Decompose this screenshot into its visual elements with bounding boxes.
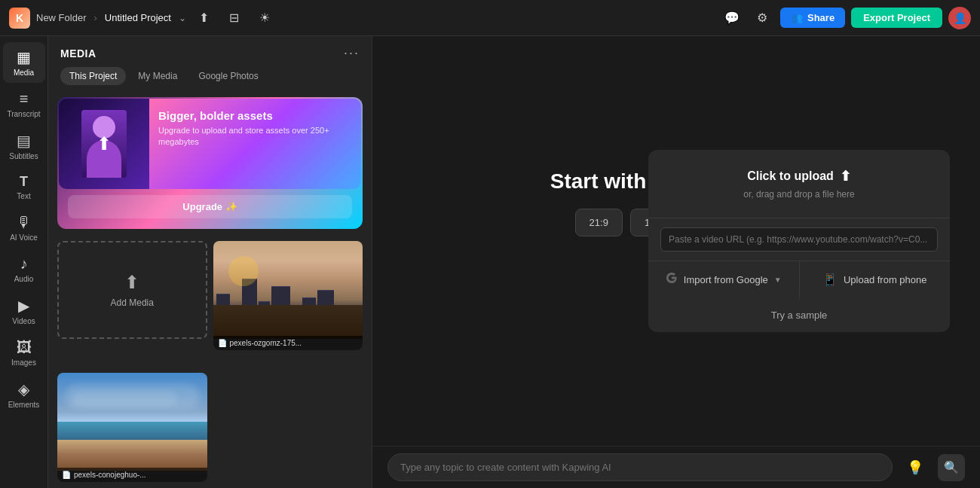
sidebar-item-text[interactable]: T Text bbox=[3, 168, 45, 206]
canvas-area: Start with a blank canvas 21:9 16:9 1:1 … bbox=[372, 36, 980, 488]
app-logo: K bbox=[9, 8, 30, 29]
sidebar: ▦ Media ≡ Transcript ▤ Subtitles T Text … bbox=[0, 36, 48, 488]
upgrade-banner-desc: Upgrade to upload and store assets over … bbox=[158, 125, 352, 148]
url-input[interactable] bbox=[660, 227, 938, 252]
project-title-chevron[interactable]: ⌄ bbox=[179, 13, 186, 23]
sidebar-item-transcript-label: Transcript bbox=[7, 110, 40, 118]
upload-phone-label: Upload from phone bbox=[844, 274, 927, 285]
media-panel: MEDIA ··· This Project My Media Google P… bbox=[48, 36, 372, 488]
media-grid: ⬆ Add Media bbox=[48, 235, 372, 488]
export-button[interactable]: Export Project bbox=[851, 8, 942, 28]
upload-panel: Click to upload ⬆ or, drag and drop a fi… bbox=[648, 150, 950, 332]
sidebar-item-transcript[interactable]: ≡ Transcript bbox=[3, 84, 45, 124]
media-item-sky[interactable]: 📄 pexels-conojeghuo-... bbox=[57, 373, 207, 482]
share-icon: 👥 bbox=[791, 12, 803, 23]
sidebar-item-images[interactable]: 🖼 Images bbox=[3, 333, 45, 373]
media-icon: ▦ bbox=[17, 48, 31, 66]
media-filename-sky: 📄 pexels-conojeghuo-... bbox=[57, 468, 207, 482]
media-tabs: This Project My Media Google Photos bbox=[48, 67, 372, 91]
elements-icon: ◈ bbox=[18, 380, 29, 398]
user-avatar[interactable]: 👤 bbox=[948, 7, 971, 29]
images-icon: 🖼 bbox=[17, 339, 32, 356]
sidebar-item-subtitles-label: Subtitles bbox=[9, 152, 38, 160]
upgrade-banner-btn[interactable]: Upgrade ✨ bbox=[68, 195, 352, 218]
main-content: ▦ Media ≡ Transcript ▤ Subtitles T Text … bbox=[0, 36, 980, 488]
folder-breadcrumb[interactable]: New Folder bbox=[36, 12, 86, 23]
sidebar-item-elements-label: Elements bbox=[8, 401, 40, 409]
sidebar-item-videos[interactable]: ▶ Videos bbox=[3, 291, 45, 331]
project-title[interactable]: Untitled Project bbox=[105, 12, 171, 23]
sidebar-item-subtitles[interactable]: ▤ Subtitles bbox=[3, 126, 45, 166]
aspect-ratio-21-9[interactable]: 21:9 bbox=[575, 209, 623, 236]
gear-icon-btn[interactable]: ⚙ bbox=[750, 6, 774, 30]
upgrade-banner-inner: ⬆ Bigger, bolder assets Upgrade to uploa… bbox=[59, 99, 361, 189]
upload-arrow-icon: ⬆ bbox=[840, 168, 851, 185]
upload-click-sub: or, drag and drop a file here bbox=[666, 189, 932, 200]
tab-this-project[interactable]: This Project bbox=[60, 67, 126, 85]
transcript-icon: ≡ bbox=[20, 90, 29, 108]
sidebar-item-media[interactable]: ▦ Media bbox=[3, 42, 45, 83]
canvas-content: Start with a blank canvas 21:9 16:9 1:1 … bbox=[372, 36, 980, 446]
sidebar-item-media-label: Media bbox=[14, 69, 34, 77]
sidebar-item-text-label: Text bbox=[17, 192, 30, 200]
bottom-bar: 💡 🔍 bbox=[372, 446, 980, 488]
import-google-button[interactable]: Import from Google ▼ bbox=[648, 261, 800, 297]
aivoice-icon: 🎙 bbox=[17, 214, 32, 231]
add-media-button[interactable]: ⬆ Add Media bbox=[57, 241, 207, 339]
share-button[interactable]: 👥 Share bbox=[780, 8, 845, 28]
import-google-chevron: ▼ bbox=[774, 276, 782, 284]
breadcrumb-separator: › bbox=[93, 12, 96, 23]
sidebar-item-videos-label: Videos bbox=[12, 317, 35, 325]
media-item-city-preview bbox=[213, 241, 363, 339]
upload-icon-btn[interactable]: ⬆ bbox=[192, 6, 216, 30]
upload-options: Import from Google ▼ 📱 Upload from phone bbox=[648, 261, 950, 297]
click-to-upload[interactable]: Click to upload ⬆ or, drag and drop a fi… bbox=[648, 150, 950, 218]
try-sample-button[interactable]: Try a sample bbox=[659, 310, 939, 321]
sidebar-item-aivoice-label: AI Voice bbox=[10, 233, 38, 242]
add-media-label: Add Media bbox=[111, 297, 154, 308]
share-label: Share bbox=[807, 12, 835, 23]
upgrade-banner-content: Bigger, bolder assets Upgrade to upload … bbox=[149, 99, 361, 189]
ai-lightbulb-btn[interactable]: 💡 bbox=[902, 454, 929, 481]
upload-phone-button[interactable]: 📱 Upload from phone bbox=[800, 261, 951, 297]
sidebar-item-elements[interactable]: ◈ Elements bbox=[3, 374, 45, 415]
media-panel-title: MEDIA bbox=[60, 47, 96, 59]
upgrade-banner-image: ⬆ bbox=[59, 99, 149, 189]
add-media-icon: ⬆ bbox=[124, 272, 139, 293]
media-panel-header: MEDIA ··· bbox=[48, 36, 372, 67]
upload-url-area bbox=[648, 218, 950, 261]
ai-input[interactable] bbox=[387, 453, 893, 481]
subtitle-icon-btn[interactable]: ⊟ bbox=[222, 6, 247, 30]
sidebar-item-audio[interactable]: ♪ Audio bbox=[3, 249, 45, 289]
upload-click-title: Click to upload ⬆ bbox=[666, 168, 932, 185]
try-sample-area: Try a sample bbox=[648, 297, 950, 332]
sidebar-item-aivoice[interactable]: 🎙 AI Voice bbox=[3, 208, 45, 248]
tab-my-media[interactable]: My Media bbox=[129, 67, 186, 85]
sidebar-item-images-label: Images bbox=[11, 358, 36, 367]
chat-icon-btn[interactable]: 💬 bbox=[720, 6, 744, 30]
file-icon-city: 📄 bbox=[218, 339, 227, 347]
tab-google-photos[interactable]: Google Photos bbox=[189, 67, 267, 85]
media-item-city[interactable]: 📄 pexels-ozgomz-175... bbox=[213, 241, 363, 350]
audio-icon: ♪ bbox=[20, 255, 28, 273]
media-panel-more-btn[interactable]: ··· bbox=[344, 45, 360, 61]
topbar: K New Folder › Untitled Project ⌄ ⬆ ⊟ ☀ … bbox=[0, 0, 980, 36]
upgrade-banner-title: Bigger, bolder assets bbox=[158, 109, 352, 122]
media-filename-city: 📄 pexels-ozgomz-175... bbox=[213, 336, 363, 350]
file-icon-sky: 📄 bbox=[62, 471, 71, 479]
sun-icon-btn[interactable]: ☀ bbox=[253, 6, 277, 30]
text-icon: T bbox=[20, 174, 28, 190]
google-icon bbox=[666, 272, 678, 287]
phone-icon: 📱 bbox=[822, 273, 838, 287]
search-btn[interactable]: 🔍 bbox=[938, 454, 965, 481]
upgrade-banner: ⬆ Bigger, bolder assets Upgrade to uploa… bbox=[57, 97, 363, 229]
import-google-label: Import from Google bbox=[684, 274, 768, 285]
videos-icon: ▶ bbox=[18, 297, 29, 315]
subtitles-icon: ▤ bbox=[17, 132, 31, 150]
sidebar-item-audio-label: Audio bbox=[14, 275, 34, 283]
media-item-sky-preview bbox=[57, 373, 207, 471]
